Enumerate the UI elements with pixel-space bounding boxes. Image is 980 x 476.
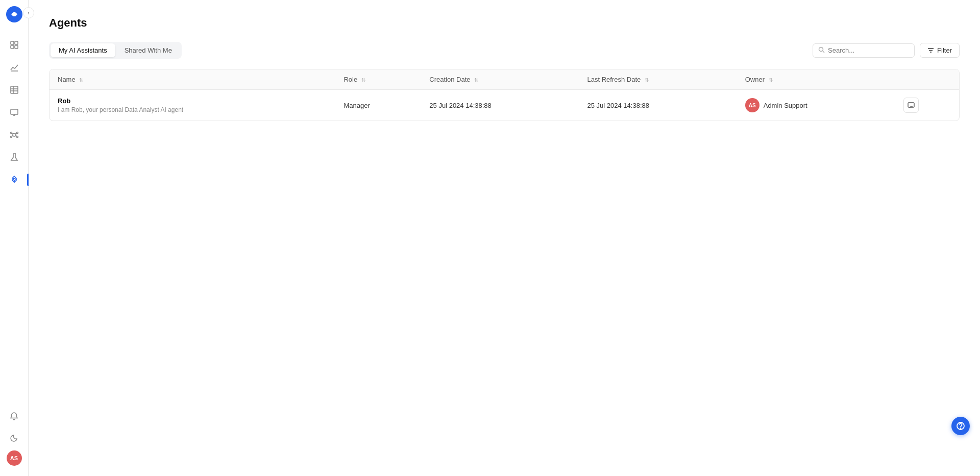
svg-line-20 (15, 133, 16, 134)
svg-point-17 (10, 136, 12, 138)
sidebar-bottom: AS (0, 401, 28, 470)
sidebar-item-agents[interactable] (4, 170, 24, 190)
column-header-last-refresh-date[interactable]: Last Refresh Date ⇅ (579, 69, 737, 90)
sidebar-item-dashboard[interactable] (4, 35, 24, 55)
sidebar-item-network[interactable] (4, 125, 24, 145)
sort-icon-last-refresh-date: ⇅ (645, 77, 649, 83)
svg-line-27 (823, 51, 824, 53)
sidebar-item-monitor[interactable] (4, 102, 24, 123)
svg-point-26 (819, 47, 823, 51)
svg-point-1 (12, 12, 16, 16)
owner-avatar: AS (745, 98, 760, 112)
main-content: Agents My AI Assistants Shared With Me (29, 0, 980, 476)
agents-table-container: Name ⇅ Role ⇅ Creation Date ⇅ Last Refre… (49, 69, 960, 121)
svg-rect-7 (11, 86, 18, 93)
sidebar-expand-button[interactable]: › (23, 7, 34, 18)
cell-role: Manager (335, 90, 421, 121)
sidebar-item-analytics[interactable] (4, 57, 24, 78)
agents-table: Name ⇅ Role ⇅ Creation Date ⇅ Last Refre… (50, 69, 959, 121)
user-avatar[interactable]: AS (7, 450, 22, 466)
sort-icon-name: ⇅ (79, 77, 83, 83)
sidebar-item-lab[interactable] (4, 147, 24, 168)
help-icon (956, 421, 965, 431)
svg-line-19 (12, 133, 13, 134)
svg-point-33 (960, 428, 961, 429)
cell-last-refresh-date: 25 Jul 2024 14:38:88 (579, 90, 737, 121)
svg-rect-11 (11, 109, 18, 114)
tab-shared-with-me[interactable]: Shared With Me (116, 43, 180, 57)
theme-toggle-button[interactable] (4, 428, 24, 448)
action-message-button[interactable] (903, 98, 919, 113)
owner-name: Admin Support (764, 102, 807, 109)
column-header-name[interactable]: Name ⇅ (50, 69, 335, 90)
column-header-creation-date[interactable]: Creation Date ⇅ (421, 69, 579, 90)
column-header-role[interactable]: Role ⇅ (335, 69, 421, 90)
toolbar: My AI Assistants Shared With Me (49, 42, 960, 59)
cell-owner: AS Admin Support (737, 90, 895, 121)
search-icon (818, 46, 825, 55)
svg-point-24 (13, 178, 15, 180)
sidebar-nav (0, 35, 28, 401)
notifications-button[interactable] (4, 406, 24, 426)
tabs: My AI Assistants Shared With Me (49, 42, 182, 59)
sort-icon-role: ⇅ (361, 77, 365, 83)
sort-icon-creation-date: ⇅ (474, 77, 478, 83)
table-row: Rob I am Rob, your personal Data Analyst… (50, 90, 959, 121)
search-input[interactable] (828, 46, 909, 54)
cell-actions (895, 90, 959, 121)
svg-point-16 (16, 132, 18, 134)
column-header-actions (895, 69, 959, 90)
svg-point-18 (16, 136, 18, 138)
svg-rect-4 (11, 45, 14, 49)
svg-point-14 (13, 133, 16, 136)
message-icon (908, 102, 915, 109)
sidebar-item-tables[interactable] (4, 80, 24, 100)
owner-cell: AS Admin Support (745, 98, 887, 112)
sidebar: › (0, 0, 29, 476)
svg-rect-3 (15, 41, 18, 44)
svg-rect-5 (15, 45, 18, 49)
svg-point-15 (10, 132, 12, 134)
toolbar-right: Filter (813, 43, 960, 58)
svg-rect-2 (11, 41, 14, 44)
logo[interactable] (6, 6, 22, 22)
filter-icon (927, 47, 934, 54)
tab-my-ai-assistants[interactable]: My AI Assistants (51, 43, 115, 57)
column-header-owner[interactable]: Owner ⇅ (737, 69, 895, 90)
sort-icon-owner: ⇅ (769, 77, 773, 83)
svg-line-21 (12, 136, 13, 136)
cell-creation-date: 25 Jul 2024 14:38:88 (421, 90, 579, 121)
page-title: Agents (49, 16, 960, 30)
svg-line-22 (15, 136, 16, 136)
help-float-button[interactable] (951, 417, 970, 435)
search-box (813, 43, 915, 58)
cell-name: Rob I am Rob, your personal Data Analyst… (50, 90, 335, 121)
table-header-row: Name ⇅ Role ⇅ Creation Date ⇅ Last Refre… (50, 69, 959, 90)
filter-button[interactable]: Filter (920, 43, 960, 58)
